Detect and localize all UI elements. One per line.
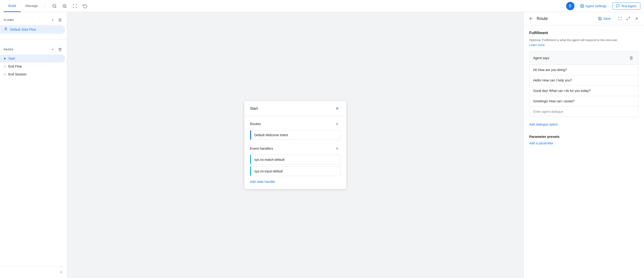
event-handler-no-input-label: sys.no-input-default [251, 167, 286, 176]
flows-section-header: FLOWS ＋ [0, 16, 67, 24]
tab-manage[interactable]: Manage [21, 0, 42, 12]
routes-section-header: Routes ＋ [250, 120, 341, 127]
undo-button[interactable] [81, 2, 89, 10]
add-flow-button[interactable]: ＋ [50, 17, 56, 23]
close-panel-button[interactable]: ✕ [633, 15, 640, 22]
panel-title: Route [537, 16, 594, 21]
delete-flow-button[interactable] [57, 17, 63, 23]
agent-says-header: Agent says [530, 52, 638, 65]
sidebar-item-start-label: Start [8, 57, 15, 60]
dialog-header: Start ✕ [244, 101, 346, 116]
sidebar-item-start[interactable]: ● Start [0, 55, 65, 62]
event-handlers-section-header: Event handlers ＋ [250, 145, 341, 152]
sidebar-item-end-flow-label: End Flow [8, 65, 22, 68]
test-agent-button[interactable]: Test Agent [612, 3, 640, 10]
event-handler-no-match-label: sys.no-match-default [251, 155, 288, 164]
zoom-in-button[interactable] [60, 2, 69, 10]
dialog-body: Routes ＋ Default Welcome Intent Event ha… [244, 116, 346, 189]
top-nav: Build Manage B Agent Settings Test Agent [0, 0, 644, 12]
back-button[interactable] [528, 15, 535, 22]
route-item-default-welcome[interactable]: Default Welcome Intent [250, 130, 341, 140]
agent-says-card: Agent says Hi! How are you doing? Hello!… [529, 51, 638, 117]
add-route-button[interactable]: ＋ [333, 120, 341, 127]
right-panel-body: Fulfillment Optional. Fulfillment is wha… [524, 25, 644, 278]
delete-agent-says-button[interactable] [628, 55, 634, 61]
svg-point-7 [582, 5, 582, 7]
add-parameter-button[interactable]: Add a parameter [529, 140, 553, 146]
resize-panel-button[interactable] [624, 15, 632, 22]
page-end-session-icon: ○ [4, 72, 6, 76]
svg-line-10 [627, 19, 628, 20]
add-dialogue-label: Add dialogue option [529, 123, 558, 126]
sidebar-item-end-flow[interactable]: ○ End Flow [0, 62, 65, 70]
event-handler-no-input[interactable]: sys.no-input-default [250, 166, 341, 176]
routes-section-title: Routes [250, 122, 261, 126]
sidebar-item-default-start-flow[interactable]: Default Start Flow [0, 25, 65, 34]
param-presets-heading: Parameter presets [529, 135, 638, 139]
right-panel-header: Route Save ✕ [524, 12, 644, 25]
flow-icon [4, 27, 8, 32]
add-dialogue-button[interactable]: Add dialogue option [529, 120, 558, 129]
svg-line-9 [628, 17, 630, 18]
learn-more-link[interactable]: Learn more [529, 43, 544, 47]
main-layout: FLOWS ＋ Default Start Flow PAGES [0, 12, 644, 278]
dialogue-item-1[interactable]: Hello! How can I help you? [530, 75, 638, 86]
sidebar-item-end-session-label: End Session [8, 72, 27, 76]
canvas-area: Start ✕ Routes ＋ Default Welcome Intent … [67, 12, 524, 278]
start-dialog: Start ✕ Routes ＋ Default Welcome Intent … [244, 101, 346, 189]
test-agent-label: Test Agent [621, 4, 636, 8]
event-handlers-section: Event handlers ＋ sys.no-match-default sy… [250, 145, 341, 176]
flows-section: FLOWS ＋ Default Start Flow [0, 12, 67, 38]
fulfillment-description: Optional. Fulfillment is what the agent … [529, 38, 638, 48]
pages-section-header: PAGES ＋ [0, 45, 67, 54]
agent-settings-button[interactable]: Agent Settings [577, 3, 610, 10]
zoom-out-button[interactable] [50, 2, 59, 10]
event-handler-no-match[interactable]: sys.no-match-default [250, 155, 341, 165]
nav-divider [44, 3, 45, 10]
svg-line-1 [55, 7, 56, 8]
svg-line-4 [65, 7, 66, 8]
page-end-flow-icon: ○ [4, 64, 6, 69]
pages-section-title: PAGES [4, 48, 14, 51]
add-event-handler-button[interactable]: ＋ [333, 145, 341, 152]
nav-tabs: Build Manage [4, 0, 43, 12]
fulfillment-heading: Fulfillment [529, 31, 638, 35]
pages-header-actions: ＋ [50, 46, 63, 53]
flows-section-title: FLOWS [4, 19, 14, 21]
fit-screen-button[interactable] [71, 2, 79, 10]
user-avatar[interactable]: B [566, 2, 574, 10]
collapse-sidebar-button[interactable] [0, 268, 67, 276]
right-panel: Route Save ✕ Fulfillment Optional. Fulfi… [524, 12, 644, 278]
tab-build[interactable]: Build [4, 0, 21, 12]
add-state-handler-label: Add state handler [250, 180, 276, 184]
expand-panel-button[interactable] [616, 15, 624, 22]
save-button[interactable]: Save [594, 15, 614, 22]
sidebar-item-end-session[interactable]: ○ End Session [0, 70, 65, 78]
panel-actions: ✕ [616, 15, 640, 22]
delete-page-button[interactable] [57, 46, 63, 53]
event-handlers-title: Event handlers [250, 146, 273, 150]
dialogue-item-0[interactable]: Hi! How are you doing? [530, 65, 638, 75]
sidebar-item-label: Default Start Flow [10, 28, 36, 31]
add-state-handler-button[interactable]: Add state handler [250, 178, 276, 185]
dialogue-item-2[interactable]: Good day! What can I do for you today? [530, 86, 638, 96]
sidebar-divider [0, 40, 67, 40]
svg-point-8 [5, 28, 6, 29]
canvas-tools [50, 2, 89, 10]
add-param-label: Add a parameter [529, 141, 553, 145]
dialog-title: Start [250, 107, 258, 111]
pages-section: PAGES ＋ ● Start ○ End Flow ○ End Session [0, 42, 67, 82]
save-label: Save [603, 17, 610, 21]
sidebar-bottom [0, 266, 67, 278]
sidebar: FLOWS ＋ Default Start Flow PAGES [0, 12, 67, 278]
agent-says-title: Agent says [533, 56, 549, 60]
dialog-close-button[interactable]: ✕ [333, 105, 341, 112]
dialogue-input[interactable] [530, 107, 638, 117]
agent-settings-label: Agent Settings [586, 4, 607, 8]
route-item-label: Default Welcome Intent [251, 130, 291, 140]
add-page-button[interactable]: ＋ [50, 46, 56, 53]
dialogue-item-3[interactable]: Greetings! How can I assist? [530, 96, 638, 107]
flows-header-actions: ＋ [50, 17, 63, 23]
page-start-icon: ● [4, 56, 6, 61]
nav-right: B Agent Settings Test Agent [566, 2, 640, 10]
